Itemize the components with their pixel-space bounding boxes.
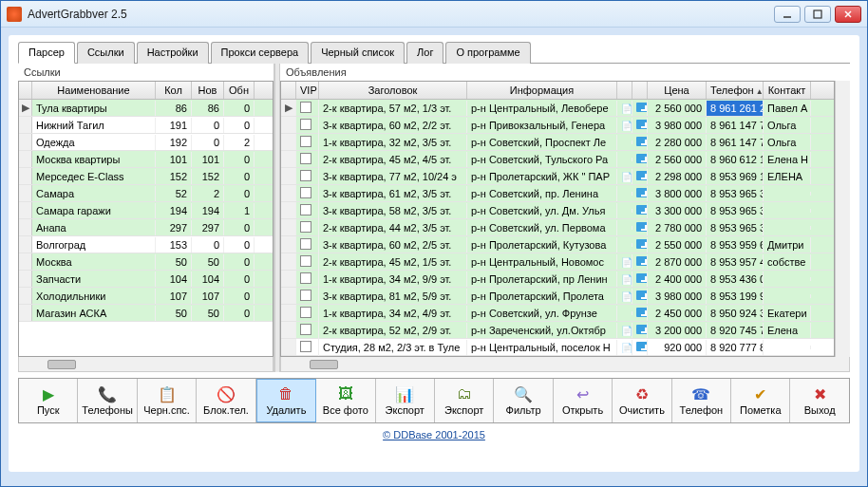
ads-row[interactable]: 2-к квартира, 45 м2, 4/5 эт.р-н Советски… xyxy=(281,151,834,168)
ads-row[interactable]: ▶2-к квартира, 57 м2, 1/3 эт.р-н Централ… xyxy=(281,100,834,117)
col-obn[interactable]: Обн xyxy=(224,82,255,99)
ads-row[interactable]: 2-к квартира, 44 м2, 3/5 эт.р-н Советски… xyxy=(281,219,834,236)
vip-checkbox[interactable] xyxy=(300,238,311,250)
vip-checkbox[interactable] xyxy=(300,187,311,198)
col-phone[interactable]: Телефон xyxy=(707,82,764,99)
vip-checkbox[interactable] xyxy=(300,255,311,267)
vip-checkbox[interactable] xyxy=(300,290,311,301)
links-row[interactable]: Анапа2972970 xyxy=(19,219,273,236)
vip-checkbox[interactable] xyxy=(300,307,311,318)
ads-row[interactable]: 1-к квартира, 34 м2, 4/9 эт.р-н Советски… xyxy=(281,305,834,322)
ads-row[interactable]: 3-к квартира, 81 м2, 5/9 эт.р-н Пролетар… xyxy=(281,288,834,305)
links-row[interactable]: Самара5220 xyxy=(19,185,273,202)
ads-row[interactable]: 3-к квартира, 61 м2, 3/5 эт.р-н Советски… xyxy=(281,185,834,202)
tab-0[interactable]: Парсер xyxy=(18,42,75,64)
doc-icon xyxy=(617,140,632,144)
col-name[interactable]: Наименование xyxy=(32,82,156,99)
links-row[interactable]: Нижний Тагил19100 xyxy=(19,117,273,134)
pic-icon xyxy=(632,118,648,133)
toolbar-телефоны[interactable]: 📞Телефоны xyxy=(78,379,137,422)
doc-icon xyxy=(617,101,632,116)
toolbar-все фото[interactable]: 🖼Все фото xyxy=(316,379,375,422)
links-hscroll[interactable] xyxy=(18,357,274,372)
vip-checkbox[interactable] xyxy=(300,221,311,233)
toolbar-экспорт[interactable]: 🗂Экспорт xyxy=(435,379,494,422)
toolbar-пуск[interactable]: ▶Пуск xyxy=(19,379,78,422)
col-vip[interactable]: VIP xyxy=(296,82,319,99)
links-row[interactable]: Мерседес E-Class1521520 xyxy=(19,168,273,185)
tab-5[interactable]: Лог xyxy=(406,42,443,64)
vip-checkbox[interactable] xyxy=(300,204,311,215)
ads-row[interactable]: 3-к квартира, 58 м2, 3/5 эт.р-н Советски… xyxy=(281,202,834,219)
toolbar-открыть[interactable]: ↩Открыть xyxy=(554,379,613,422)
links-panel: Ссылки Наименование Кол Нов Обн ▶Тула кв… xyxy=(18,64,274,372)
ads-hscroll[interactable] xyxy=(280,357,850,372)
vip-checkbox[interactable] xyxy=(300,170,311,181)
links-row[interactable]: Москва50500 xyxy=(19,253,273,271)
links-row[interactable]: Одежда19202 xyxy=(19,134,273,151)
tab-1[interactable]: Ссылки xyxy=(77,42,135,64)
toolbar-черн.спс.[interactable]: 📋Черн.спс. xyxy=(138,379,197,422)
footer: © DDBase 2001-2015 xyxy=(18,423,850,440)
toolbar-icon: 📋 xyxy=(159,385,176,403)
toolbar-удалить[interactable]: 🗑Удалить xyxy=(256,379,316,422)
toolbar-icon: 🚫 xyxy=(217,385,235,403)
doc-icon xyxy=(617,192,632,196)
app-icon xyxy=(7,7,22,22)
ads-row[interactable]: 2-к квартира, 52 м2, 2/9 эт.р-н Зареченс… xyxy=(281,322,834,339)
maximize-button[interactable] xyxy=(804,6,831,23)
toolbar-блок.тел.[interactable]: 🚫Блок.тел. xyxy=(197,379,255,422)
col-nov[interactable]: Нов xyxy=(192,82,224,99)
main-window: AdvertGrabbver 2.5 ПарсерСсылкиНастройки… xyxy=(0,0,868,487)
ads-row[interactable]: 3-к квартира, 60 м2, 2/2 эт.р-н Привокза… xyxy=(281,117,834,134)
footer-link[interactable]: © DDBase 2001-2015 xyxy=(383,429,485,440)
vip-checkbox[interactable] xyxy=(300,324,311,335)
tab-6[interactable]: О программе xyxy=(445,42,530,64)
ads-body[interactable]: ▶2-к квартира, 57 м2, 1/3 эт.р-н Централ… xyxy=(281,100,834,356)
toolbar: ▶Пуск📞Телефоны📋Черн.спс.🚫Блок.тел.🗑Удали… xyxy=(18,378,850,423)
doc-icon xyxy=(617,209,632,213)
col-contact[interactable]: Контакт xyxy=(764,82,811,99)
links-body[interactable]: ▶Тула квартиры86860Нижний Тагил19100Одеж… xyxy=(19,100,273,356)
toolbar-телефон[interactable]: ☎Телефон xyxy=(672,379,731,422)
toolbar-пометка[interactable]: ✔Пометка xyxy=(731,379,790,422)
links-row[interactable]: Холодильники1071070 xyxy=(19,288,273,305)
toolbar-icon: ▶ xyxy=(40,385,57,403)
toolbar-экспорт[interactable]: 📊Экспорт xyxy=(376,379,435,422)
minimize-button[interactable] xyxy=(774,6,801,23)
col-price[interactable]: Цена xyxy=(648,82,707,99)
ads-row[interactable]: 1-к квартира, 32 м2, 3/5 эт.р-н Советски… xyxy=(281,134,834,151)
vip-checkbox[interactable] xyxy=(300,153,311,164)
panels: Ссылки Наименование Кол Нов Обн ▶Тула кв… xyxy=(18,64,850,372)
ads-row[interactable]: 3-к квартира, 60 м2, 2/5 эт.р-н Пролетар… xyxy=(281,236,834,253)
vip-checkbox[interactable] xyxy=(300,102,311,113)
col-info[interactable]: Информация xyxy=(467,82,617,99)
ads-row[interactable]: Студия, 28 м2, 2/3 эт. в Тулер-н Централ… xyxy=(281,339,834,356)
links-row[interactable]: Запчасти1041040 xyxy=(19,271,273,288)
ads-row[interactable]: 1-к квартира, 34 м2, 9/9 эт.р-н Пролетар… xyxy=(281,271,834,288)
ads-row[interactable]: 2-к квартира, 45 м2, 1/5 эт.р-н Централь… xyxy=(281,253,834,271)
col-title[interactable]: Заголовок xyxy=(319,82,467,99)
vip-checkbox[interactable] xyxy=(300,341,311,352)
vip-checkbox[interactable] xyxy=(300,136,311,147)
links-row[interactable]: ▶Тула квартиры86860 xyxy=(19,100,273,117)
tab-3[interactable]: Прокси сервера xyxy=(211,42,310,64)
pic-icon xyxy=(632,237,648,253)
col-kol[interactable]: Кол xyxy=(156,82,192,99)
close-button[interactable] xyxy=(835,6,861,23)
ads-vscroll[interactable] xyxy=(835,81,850,357)
ads-row[interactable]: 3-к квартира, 77 м2, 10/24 эр-н Пролетар… xyxy=(281,168,834,185)
vip-checkbox[interactable] xyxy=(300,272,311,284)
vip-checkbox[interactable] xyxy=(300,119,311,130)
toolbar-очистить[interactable]: ♻Очистить xyxy=(613,379,671,422)
links-row[interactable]: Самара гаражи1941941 xyxy=(19,202,273,219)
links-row[interactable]: Москва квартиры1011010 xyxy=(19,151,273,168)
ads-title: Объявления xyxy=(280,64,850,81)
links-row[interactable]: Магазин АСКА50500 xyxy=(19,305,273,322)
toolbar-icon: ☎ xyxy=(692,385,709,403)
toolbar-фильтр[interactable]: 🔍Фильтр xyxy=(494,379,553,422)
tab-2[interactable]: Настройки xyxy=(137,42,209,64)
toolbar-выход[interactable]: ✖Выход xyxy=(790,379,848,422)
tab-4[interactable]: Черный список xyxy=(311,42,405,64)
links-row[interactable]: Волгоград15300 xyxy=(19,236,273,253)
